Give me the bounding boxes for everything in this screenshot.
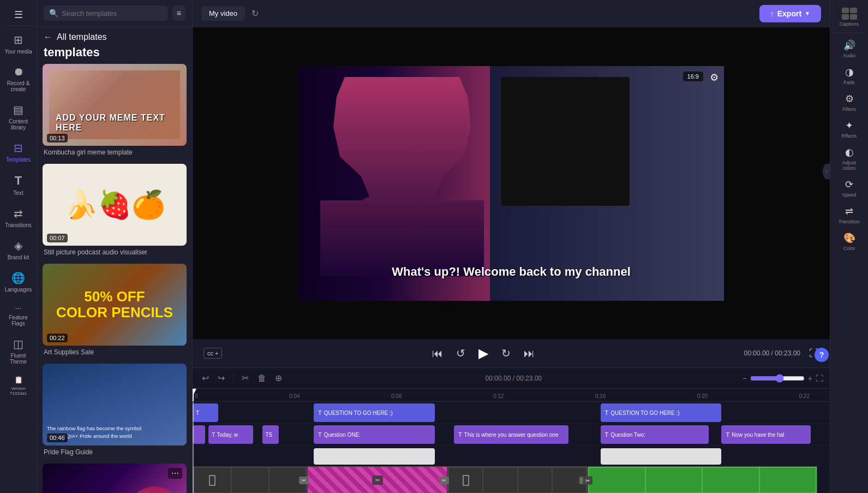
clip-q2[interactable]: T Question Two: xyxy=(601,425,709,444)
main-content: My video ↻ ↑ Export ▼ ⚙ xyxy=(193,0,830,493)
templates-icon: ⊟ xyxy=(14,141,23,155)
clip-question-1[interactable]: T QUESTION TO GO HERE :) xyxy=(314,403,435,422)
back-button[interactable]: ← xyxy=(44,32,52,42)
right-item-transition[interactable]: ⇌ Transition xyxy=(835,202,864,228)
sidebar-item-record-create[interactable]: ⏺ Record &create xyxy=(2,61,35,97)
right-item-fade[interactable]: ◑ Fade xyxy=(835,63,864,88)
video-subtitle: What's up?! Welcome back to my channel xyxy=(298,265,724,279)
video-settings-icon[interactable]: ⚙ xyxy=(710,72,719,84)
fade-label: Fade xyxy=(843,80,855,85)
transition-label: Transition xyxy=(839,219,860,224)
export-dropdown-icon: ▼ xyxy=(805,10,810,16)
ruler-mark-16: 0:16 xyxy=(595,393,606,399)
template-thumb-art: 50% OFFCOLOR PENCILS 00:22 xyxy=(43,264,187,346)
undo-button[interactable]: ↩ xyxy=(199,371,212,385)
caption-block-2 xyxy=(850,8,857,13)
timeline-ruler: 0 0:04 0:08 0:12 0:16 0:20 0:22 xyxy=(193,389,830,402)
video-clip-green[interactable] xyxy=(588,466,817,493)
panel-subtitle: templates xyxy=(37,45,192,64)
clip-label: QUESTION TO GO HERE :) xyxy=(324,410,393,416)
help-button[interactable]: ? xyxy=(815,348,829,362)
version-icon: 📋 xyxy=(14,376,23,384)
rewind-button[interactable]: ↺ xyxy=(454,344,468,362)
video-preview: ⚙ 16:9 What's up?! Welcome back to my ch… xyxy=(298,66,724,301)
sidebar-item-transitions[interactable]: ⇄ Transitions xyxy=(2,203,35,233)
clip-label-2: QUESTION TO GO HERE :) xyxy=(610,410,679,416)
template-card-art[interactable]: 50% OFFCOLOR PENCILS 00:22 Art Supplies … xyxy=(43,264,187,356)
timeline-content: 0 0:04 0:08 0:12 0:16 0:20 0:22 T T xyxy=(193,389,830,493)
collapse-panel-button[interactable]: › xyxy=(823,164,830,179)
right-item-speed[interactable]: ⟳ Speed xyxy=(835,175,864,201)
color-icon: 🎨 xyxy=(843,232,855,244)
skip-forward-button[interactable]: ⏭ xyxy=(522,345,537,362)
zoom-in-icon[interactable]: + xyxy=(808,374,812,383)
sidebar-item-content-library[interactable]: ▤ Content library xyxy=(2,99,35,135)
right-item-effects[interactable]: ✦ Effects xyxy=(835,116,864,142)
t-icon-ans: T xyxy=(458,431,462,438)
zoom-out-icon[interactable]: − xyxy=(743,374,747,383)
refresh-button[interactable]: ↻ xyxy=(252,8,259,19)
template-duration-podcast: 00:07 xyxy=(47,234,68,242)
clip-s[interactable]: TS xyxy=(262,425,278,444)
t-icon: T xyxy=(212,432,215,438)
play-button[interactable]: ▶ xyxy=(476,343,490,363)
filter-button[interactable]: ≡ xyxy=(172,5,185,21)
search-wrap[interactable]: 🔍 xyxy=(44,5,168,21)
template-thumb-podcast: 🍌🍓🍊 00:07 xyxy=(43,164,187,246)
sidebar-item-languages[interactable]: 🌐 Languages xyxy=(2,267,35,297)
right-item-adjust-colors[interactable]: ◐ Adjust colors xyxy=(835,143,864,174)
clip-answer-q1[interactable]: T Question ONE: xyxy=(314,425,435,444)
clip-now[interactable]: T Now you have the hal xyxy=(721,425,811,444)
color-label: Color xyxy=(843,246,855,251)
captions-label: Captions xyxy=(840,21,859,27)
playhead[interactable] xyxy=(193,389,194,401)
adjust-colors-label: Adjust colors xyxy=(836,160,863,171)
clip-answer-text[interactable]: T This is where you answer question one xyxy=(454,425,568,444)
export-button[interactable]: ↑ Export ▼ xyxy=(759,5,821,22)
delete-button[interactable]: 🗑 xyxy=(255,372,269,385)
sidebar-item-fluent-theme[interactable]: ◫ Fluent Theme xyxy=(2,333,35,369)
more-options-button[interactable]: ⋯ xyxy=(168,468,182,479)
forward-button[interactable]: ↻ xyxy=(499,344,513,362)
zoom-slider[interactable] xyxy=(750,374,805,383)
right-item-color[interactable]: 🎨 Color xyxy=(835,229,864,254)
cut-icon-pink: ✂ xyxy=(372,476,383,485)
video-clip-pink[interactable]: ✂ xyxy=(307,466,447,493)
video-clip-dark-2[interactable] xyxy=(447,466,588,493)
cut-marker: ✂ xyxy=(583,476,592,484)
right-item-filters[interactable]: ⚙ Filters xyxy=(835,90,864,115)
template-card-podcast[interactable]: 🍌🍓🍊 00:07 Still picture podcast audio vi… xyxy=(43,164,187,256)
expand-timeline-button[interactable]: ⛶ xyxy=(816,374,823,383)
cc-button[interactable]: cc + xyxy=(203,348,222,359)
sidebar-item-text[interactable]: T Text xyxy=(2,169,35,200)
clip-partial-a1[interactable] xyxy=(193,425,205,444)
sidebar-item-brand-kit[interactable]: ◈ Brand kit xyxy=(2,235,35,265)
sidebar-item-templates[interactable]: ⊟ Templates xyxy=(2,137,35,167)
cut-button[interactable]: ✂ xyxy=(239,371,252,385)
template-card-qa[interactable]: This is where you answer question one ⋯ … xyxy=(43,464,187,493)
clip-white-2[interactable] xyxy=(601,448,722,465)
video-clip-dark-1[interactable] xyxy=(193,466,307,493)
clip-white-1[interactable] xyxy=(314,448,435,465)
clip-today[interactable]: TToday, w xyxy=(208,425,253,444)
clip-partial-q[interactable]: T xyxy=(193,403,218,422)
speed-label: Speed xyxy=(842,192,856,198)
sidebar-item-feature-flags[interactable]: ··· Feature Flags xyxy=(2,299,35,331)
redo-button[interactable]: ↪ xyxy=(215,371,228,385)
right-item-audio[interactable]: 🔊 Audio xyxy=(835,36,864,62)
template-label-art: Art Supplies Sale xyxy=(43,348,187,356)
search-input[interactable] xyxy=(62,9,163,17)
sidebar-item-version[interactable]: 📋 VersionT102da1 xyxy=(2,371,35,400)
track-row-empty xyxy=(193,446,830,466)
template-card-pride[interactable]: The rainbow flag has become the symbolof… xyxy=(43,364,187,456)
t-icon-s: T xyxy=(265,432,268,438)
sidebar-item-your-media[interactable]: ⊞ Your media xyxy=(2,29,35,59)
video-tab[interactable]: My video xyxy=(201,6,245,21)
clip-question-2[interactable]: T QUESTION TO GO HERE :) xyxy=(601,403,722,422)
menu-icon[interactable]: ☰ xyxy=(14,9,23,21)
skip-back-button[interactable]: ⏮ xyxy=(430,345,445,362)
template-card-kombucha[interactable]: ADD YOUR MEME TEXT HERE 00:13 Kombucha g… xyxy=(43,64,187,156)
duplicate-button[interactable]: ⊕ xyxy=(272,371,285,385)
cc-plus-icon: + xyxy=(215,350,218,357)
clip-ans-label: This is where you answer question one xyxy=(464,432,559,438)
